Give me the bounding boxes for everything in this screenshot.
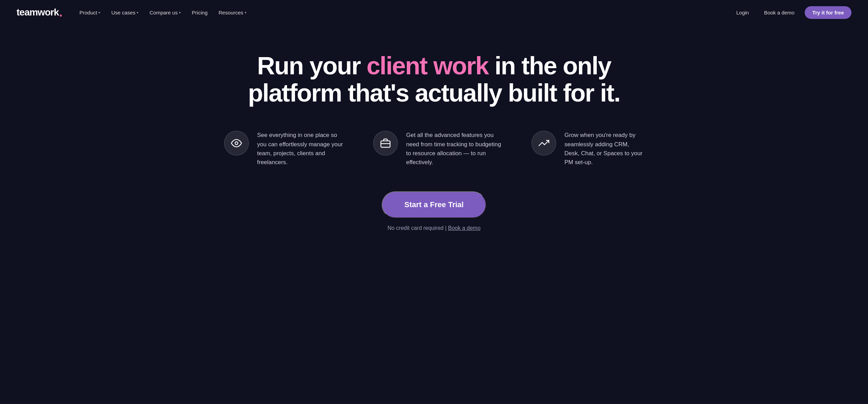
nav-left: teamwork. Product ▾ Use cases ▾ Compare … xyxy=(17,6,251,19)
book-demo-link[interactable]: Book a demo xyxy=(448,225,480,231)
feature-text-tools: Get all the advanced features you need f… xyxy=(406,131,504,167)
chevron-down-icon: ▾ xyxy=(137,11,138,14)
briefcase-icon xyxy=(380,138,391,149)
navigation: teamwork. Product ▾ Use cases ▾ Compare … xyxy=(0,0,868,25)
feature-item-tools: Get all the advanced features you need f… xyxy=(373,131,504,167)
nav-item-use-cases[interactable]: Use cases ▾ xyxy=(106,7,143,18)
nav-item-compare-us[interactable]: Compare us ▾ xyxy=(145,7,186,18)
svg-point-0 xyxy=(235,142,238,145)
nav-item-resources[interactable]: Resources ▾ xyxy=(214,7,251,18)
book-demo-button[interactable]: Book a demo xyxy=(759,7,799,18)
chevron-down-icon: ▾ xyxy=(245,11,246,14)
trending-up-icon xyxy=(538,138,549,149)
logo-text: teamwork xyxy=(17,7,59,18)
login-button[interactable]: Login xyxy=(731,7,754,18)
nav-item-product[interactable]: Product ▾ xyxy=(75,7,105,18)
logo-dot: . xyxy=(59,6,62,19)
cta-section: Start a Free Trial No credit card requir… xyxy=(382,191,486,231)
feature-item-visibility: See everything in one place so you can e… xyxy=(224,131,346,167)
cta-footnote-text: No credit card required | xyxy=(388,225,448,231)
svg-rect-1 xyxy=(381,141,390,148)
feature-text-growth: Grow when you're ready by seamlessly add… xyxy=(564,131,644,167)
logo[interactable]: teamwork. xyxy=(17,6,62,19)
nav-right: Login Book a demo Try it for free xyxy=(731,6,851,19)
hero-title-highlight: client work xyxy=(367,52,488,79)
hero-title: Run your client work in the only platfor… xyxy=(245,52,623,107)
nav-links: Product ▾ Use cases ▾ Compare us ▾ Prici… xyxy=(75,7,251,18)
try-free-button[interactable]: Try it for free xyxy=(805,6,851,19)
eye-icon-wrapper xyxy=(224,131,249,156)
hero-section: Run your client work in the only platfor… xyxy=(0,25,868,252)
feature-text-visibility: See everything in one place so you can e… xyxy=(257,131,346,167)
trending-up-icon-wrapper xyxy=(531,131,556,156)
features-row: See everything in one place so you can e… xyxy=(210,131,658,167)
nav-item-pricing[interactable]: Pricing xyxy=(187,7,212,18)
chevron-down-icon: ▾ xyxy=(98,11,100,14)
start-free-trial-button[interactable]: Start a Free Trial xyxy=(382,191,486,218)
briefcase-icon-wrapper xyxy=(373,131,398,156)
eye-icon xyxy=(231,138,242,149)
chevron-down-icon: ▾ xyxy=(179,11,181,14)
cta-footnote: No credit card required | Book a demo xyxy=(388,225,480,231)
feature-item-growth: Grow when you're ready by seamlessly add… xyxy=(531,131,644,167)
hero-title-part1: Run your xyxy=(257,52,367,79)
